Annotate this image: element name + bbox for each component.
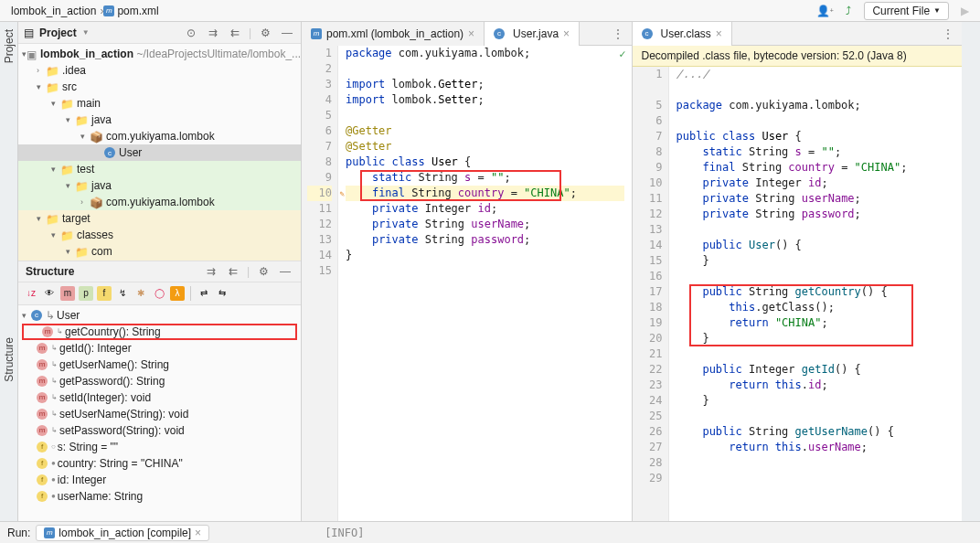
project-view-icon: ▤ [24,27,34,39]
log-fragment: [INFO] [325,527,364,539]
tree-root[interactable]: ▾▣ lombok_in_action ~/IdeaProjectsUltima… [18,46,301,62]
expand-all-icon[interactable]: ⇉ [205,25,221,41]
editor-right-tabs: c User.class × ⋮ [633,22,963,46]
chevron-down-icon[interactable]: ▼ [82,28,90,37]
structure-tree[interactable]: ▾c↳ User m↳getCountry(): String m↳getId(… [18,305,301,522]
structure-member[interactable]: m↳setUserName(String): void [18,406,301,422]
filter-methods-icon[interactable]: m [60,286,75,301]
code-editor-right[interactable]: 1567891011121314151617181920212223242526… [633,67,963,521]
tab-user-java[interactable]: c User.java × [485,22,580,46]
run-tab[interactable]: m lombok_in_action [compile] × [36,525,209,541]
run-config-dropdown[interactable]: Current File ▼ [864,2,949,20]
structure-member-getCountry[interactable]: m↳getCountry(): String [22,324,297,340]
hide-panel-icon[interactable]: — [279,25,295,41]
build-icon[interactable]: ⤴ [840,3,857,19]
tree-target[interactable]: ▾📁target [18,210,301,227]
expand-icon[interactable]: ⇉ [203,263,219,280]
tree-java1[interactable]: ▾📁java [18,112,301,128]
autoscroll-from-icon[interactable]: ⇆ [215,286,229,301]
tab-user-class[interactable]: c User.class × [633,22,732,46]
structure-panel-header: Structure ⇉ ⇇ | ⚙ — [18,261,301,282]
structure-field[interactable]: f●country: String = "CHINA" [18,455,301,472]
sort-vis-icon[interactable]: 👁 [42,286,57,301]
tree-pkg2[interactable]: ›📦com.yukiyama.lombok [18,194,301,210]
project-panel-header: ▤ Project ▼ ⊙ ⇉ ⇇ | ⚙ — [18,22,301,44]
maven-icon: m [311,28,322,39]
editor-right: c User.class × ⋮ Decompiled .class file,… [633,22,963,521]
structure-toolbar: ↓z 👁 m p f ↯ ✱ ◯ λ ⇄ ⇆ [18,282,301,305]
decompiled-banner: Decompiled .class file, bytecode version… [633,46,963,67]
structure-field[interactable]: f○s: String = "" [18,439,301,455]
filter-properties-icon[interactable]: p [79,286,93,301]
tab-pom[interactable]: m pom.xml (lombok_in_action) × [302,22,485,46]
filter-circle-icon[interactable]: ◯ [152,286,166,301]
autoscroll-src-icon[interactable]: ⇄ [197,286,211,301]
code-editor-left[interactable]: 123456789 10✎ 1112131415 package com.yuk… [302,46,632,521]
tree-classes[interactable]: ▾📁classes [18,227,301,243]
maven-icon: m [103,5,114,16]
class-icon: c [642,28,653,39]
gear-icon[interactable]: ⚙ [255,263,272,280]
collapse-all-icon[interactable]: ⇇ [227,25,243,41]
project-tree[interactable]: ▾▣ lombok_in_action ~/IdeaProjectsUltima… [18,44,301,261]
right-tool-rail [962,22,980,521]
project-panel-title[interactable]: Project [39,27,77,39]
more-icon[interactable]: ⋮ [610,26,626,42]
gutter-left: 123456789 10✎ 1112131415 [302,46,338,521]
maven-icon: m [44,527,55,538]
tree-main[interactable]: ▾📁main [18,95,301,112]
tree-com[interactable]: ▾📁com [18,243,301,260]
run-tool-window-header: Run: m lombok_in_action [compile] × [INF… [0,521,980,543]
collapse-icon[interactable]: ⇇ [225,263,241,280]
structure-title: Structure [26,265,74,278]
tree-idea[interactable]: ›📁.idea [18,62,301,79]
structure-class[interactable]: ▾c↳ User [18,307,301,324]
run-label: Run: [7,527,30,539]
gutter-right: 1567891011121314151617181920212223242526… [633,67,669,521]
hide-panel-icon[interactable]: — [277,263,293,280]
check-icon: ✓ [619,48,625,60]
structure-field[interactable]: f●id: Integer [18,472,301,488]
close-icon[interactable]: × [468,27,474,40]
editor-left-tabs: m pom.xml (lombok_in_action) × c User.ja… [302,22,632,46]
editor-left: m pom.xml (lombok_in_action) × c User.ja… [302,22,633,521]
structure-tool-tab[interactable]: Structure [3,337,16,382]
tree-pkg1[interactable]: ▾📦com.yukiyama.lombok [18,128,301,144]
class-icon: c [494,28,505,39]
breadcrumb-project[interactable]: lombok_in_action [7,5,100,17]
user-add-icon[interactable]: 👤+ [816,3,833,19]
run-config-label: Current File [872,5,930,17]
structure-member[interactable]: m↳getId(): Integer [18,340,301,357]
structure-member[interactable]: m↳setId(Integer): void [18,389,301,406]
tree-java2[interactable]: ▾📁java [18,177,301,194]
breadcrumb-bar: lombok_in_action › m pom.xml 👤+ ⤴ Curren… [0,0,980,22]
sort-az-icon[interactable]: ↓z [24,286,38,301]
structure-member[interactable]: m↳setPassword(String): void [18,422,301,439]
tree-user-class[interactable]: cUser [18,144,301,161]
select-opened-icon[interactable]: ⊙ [183,25,199,41]
close-icon[interactable]: × [716,27,722,40]
structure-member[interactable]: m↳getPassword(): String [18,373,301,389]
filter-inherited-icon[interactable]: ↯ [115,286,130,301]
filter-fields-icon[interactable]: f [97,286,112,301]
structure-field[interactable]: f●userName: String [18,488,301,505]
close-icon[interactable]: × [563,27,570,40]
structure-member[interactable]: m↳getUserName(): String [18,357,301,373]
tree-src[interactable]: ▾📁src [18,79,301,95]
breadcrumb-file[interactable]: m pom.xml [103,5,158,17]
filter-lambda-icon[interactable]: λ [170,286,185,301]
run-play-icon[interactable]: ▶ [956,3,973,19]
more-icon[interactable]: ⋮ [940,26,956,42]
tree-test[interactable]: ▾📁test [18,161,301,177]
gear-icon[interactable]: ⚙ [257,25,273,41]
chevron-down-icon: ▼ [933,6,941,15]
close-icon[interactable]: × [195,527,201,539]
left-tool-rail: Project Structure [0,22,18,521]
project-tool-tab[interactable]: Project [3,29,16,63]
filter-anon-icon[interactable]: ✱ [133,286,148,301]
